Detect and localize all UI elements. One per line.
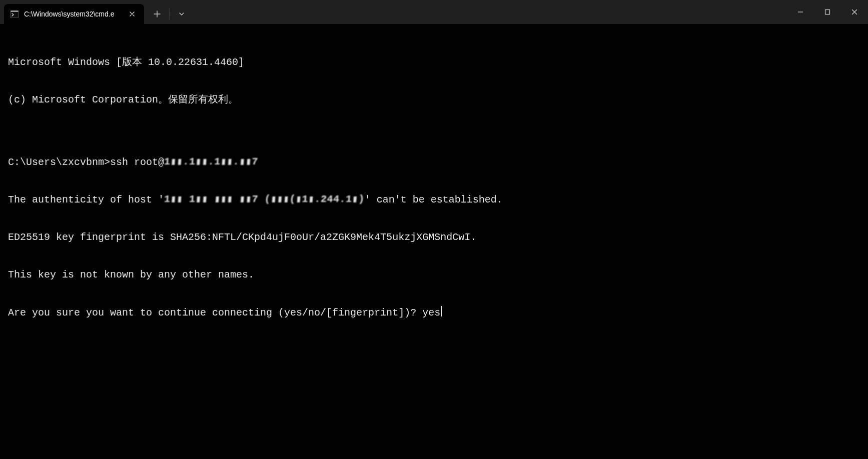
tab-actions	[144, 0, 193, 24]
titlebar: C:\Windows\system32\cmd.e	[0, 0, 868, 24]
ssh-host-obscured: 1▮▮.1▮▮.1▮▮.▮▮7	[164, 156, 259, 168]
ssh-command-prefix: ssh root@	[110, 156, 164, 168]
tab-cmd[interactable]: C:\Windows\system32\cmd.e	[4, 4, 144, 24]
auth-prefix: The authenticity of host '	[8, 194, 164, 206]
text-cursor	[441, 306, 442, 316]
auth-suffix: ' can't be established.	[365, 194, 503, 206]
confirm-line: Are you sure you want to continue connec…	[8, 306, 860, 319]
maximize-icon	[824, 9, 830, 15]
tab-dropdown-button[interactable]	[171, 4, 193, 24]
minimize-icon	[797, 9, 803, 15]
banner-version-line: Microsoft Windows [版本 10.0.22631.4460]	[8, 56, 860, 68]
banner-copyright-line: (c) Microsoft Corporation。保留所有权利。	[8, 94, 860, 106]
tab-divider	[169, 8, 170, 20]
tab-close-button[interactable]	[126, 8, 138, 20]
known-names-line: This key is not known by any other names…	[8, 268, 860, 281]
close-window-button[interactable]	[841, 0, 868, 24]
cmd-icon	[10, 10, 19, 18]
prompt-line: C:\Users\zxcvbnm>ssh root@1▮▮.1▮▮.1▮▮.▮▮…	[8, 156, 860, 168]
fingerprint-line: ED25519 key fingerprint is SHA256:NFTL/C…	[8, 231, 860, 244]
svg-rect-1	[11, 10, 19, 12]
new-tab-button[interactable]	[146, 4, 168, 24]
prompt-prefix: C:\Users\zxcvbnm>	[8, 156, 110, 168]
plus-icon	[154, 10, 161, 18]
tab-strip: C:\Windows\system32\cmd.e	[0, 0, 144, 24]
tab-title: C:\Windows\system32\cmd.e	[24, 10, 121, 18]
close-icon	[851, 9, 857, 15]
confirm-input: yes	[422, 307, 440, 318]
terminal-viewport[interactable]: Microsoft Windows [版本 10.0.22631.4460] (…	[0, 24, 868, 459]
maximize-button[interactable]	[814, 0, 841, 24]
auth-host-obscured: 1▮▮ 1▮▮ ▮▮▮ ▮▮7 (▮▮▮(▮1▮.244.1▮)	[164, 193, 365, 206]
chevron-down-icon	[179, 11, 185, 17]
svg-rect-2	[825, 10, 830, 14]
window-controls	[787, 0, 868, 24]
confirm-prompt: Are you sure you want to continue connec…	[8, 307, 422, 318]
titlebar-drag-region[interactable]	[193, 0, 787, 24]
authenticity-line: The authenticity of host '1▮▮ 1▮▮ ▮▮▮ ▮▮…	[8, 194, 860, 206]
minimize-button[interactable]	[787, 0, 814, 24]
